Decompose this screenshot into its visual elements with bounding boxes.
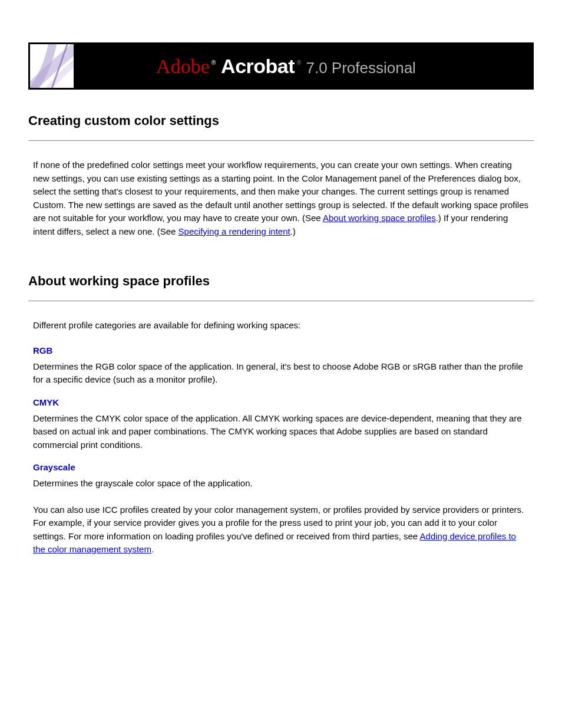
subsection-cmyk: CMYK Determines the CMYK color space of … bbox=[33, 397, 529, 452]
subsection-text-cmyk: Determines the CMYK color space of the a… bbox=[33, 412, 529, 452]
subsections-container: RGB Determines the RGB color space of th… bbox=[28, 345, 534, 490]
brand-version: 7.0 Professional bbox=[306, 59, 415, 77]
link-working-space-profiles[interactable]: About working space profiles bbox=[323, 213, 436, 223]
brand-adobe: Adobe bbox=[156, 55, 210, 78]
page-wrapper: Adobe® Acrobat® 7.0 Professional Creatin… bbox=[0, 0, 562, 615]
brand-acrobat: Acrobat bbox=[221, 55, 295, 78]
section-working-space: About working space profiles Different p… bbox=[28, 274, 534, 556]
link-rendering-intent[interactable]: Specifying a rendering intent bbox=[178, 226, 290, 236]
subsection-title-cmyk: CMYK bbox=[33, 397, 529, 407]
subsection-text-grayscale: Determines the grayscale color space of … bbox=[33, 477, 529, 490]
subsection-text-rgb: Determines the RGB color space of the ap… bbox=[33, 360, 529, 387]
section-title-2: About working space profiles bbox=[28, 274, 534, 289]
subsection-rgb: RGB Determines the RGB color space of th… bbox=[33, 345, 529, 387]
section2-intro: Different profile categories are availab… bbox=[28, 319, 534, 332]
registered-mark-1: ® bbox=[211, 60, 216, 66]
divider-1 bbox=[28, 140, 534, 141]
brand-text: Adobe® Acrobat® 7.0 Professional bbox=[74, 55, 534, 78]
section-title-1: Creating custom color settings bbox=[28, 113, 534, 129]
registered-mark-2: ® bbox=[297, 60, 301, 66]
section2-outro: You can also use ICC profiles created by… bbox=[28, 503, 534, 556]
subsection-title-rgb: RGB bbox=[33, 345, 529, 355]
acrobat-swoosh-icon bbox=[30, 44, 74, 88]
subsection-title-grayscale: Grayscale bbox=[33, 462, 529, 472]
section2-intro-text: Different profile categories are availab… bbox=[33, 319, 529, 332]
section2-outro-part2: . bbox=[151, 544, 154, 554]
acrobat-logo-icon bbox=[30, 44, 74, 88]
section-creating-custom: Creating custom color settings If none o… bbox=[28, 113, 534, 238]
header-bar: Adobe® Acrobat® 7.0 Professional bbox=[28, 42, 534, 90]
subsection-grayscale: Grayscale Determines the grayscale color… bbox=[33, 462, 529, 490]
divider-2 bbox=[28, 301, 534, 301]
content-area: Creating custom color settings If none o… bbox=[28, 90, 534, 556]
section1-body: If none of the predefined color settings… bbox=[28, 159, 534, 238]
section1-text-part3: .) bbox=[290, 226, 296, 236]
